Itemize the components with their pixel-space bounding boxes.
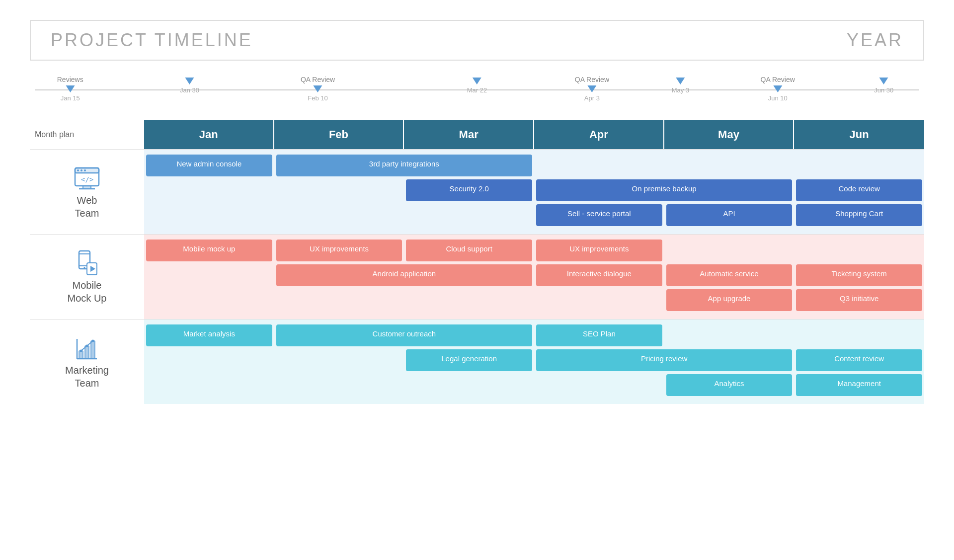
svg-text:</>: </>: [81, 175, 93, 183]
mobile-task-row-2: Android application Interactive dialogue…: [144, 264, 924, 286]
task-new-admin-console: New admin console: [146, 155, 272, 176]
task-cell-mobile-mockup: Mobile mock up: [144, 240, 274, 261]
milestone-date-apr3: Apr 3: [584, 94, 600, 102]
task-seo-plan: SEO Plan: [536, 324, 662, 346]
svg-point-3: [80, 169, 82, 171]
task-cell-content-review: Content review: [794, 349, 924, 371]
task-automatic-service: Automatic service: [666, 264, 793, 286]
year-label: YEAR: [847, 30, 903, 51]
task-cell-management: Management: [794, 374, 924, 396]
task-cell-cloud: Cloud support: [404, 240, 534, 261]
task-cell-3rd-party: 3rd party integrations: [274, 155, 534, 176]
task-mobile-mock-up: Mobile mock up: [146, 240, 272, 261]
task-q3-initiative: Q3 initiative: [796, 289, 922, 311]
web-task-row-3: Sell - service portal API Shopping Cart: [144, 204, 924, 226]
task-ux-improvements-2: UX improvements: [536, 240, 662, 261]
milestone-apr3: QA Review Apr 3: [575, 76, 609, 102]
milestone-date-mar22: Mar 22: [467, 86, 487, 94]
milestone-jun10: QA Review Jun 10: [761, 76, 795, 102]
milestone-date-jun10: Jun 10: [768, 94, 788, 102]
web-team-section: </> WebTeam New admin console 3rd party …: [30, 149, 924, 234]
milestone-arrow: [66, 85, 75, 92]
web-task-row-2: Security 2.0 On premise backup Code revi…: [144, 179, 924, 201]
mobile-team-name: MobileMock Up: [68, 279, 107, 305]
mobile-team-section: MobileMock Up Mobile mock up UX improvem…: [30, 234, 924, 319]
milestone-date-jun30: Jun 30: [874, 86, 893, 94]
milestone-arrow-4: [473, 78, 481, 84]
task-security-2: Security 2.0: [406, 179, 532, 201]
web-team-name: WebTeam: [75, 194, 99, 220]
task-cell-customer-outreach: Customer outreach: [274, 324, 534, 346]
task-app-upgrade: App upgrade: [666, 289, 793, 311]
header-apr: Apr: [534, 120, 664, 149]
svg-point-21: [92, 340, 94, 342]
milestone-arrow-3: [314, 85, 322, 92]
task-cell-security: Security 2.0: [404, 179, 534, 201]
marketing-team-name: MarketingTeam: [65, 364, 109, 390]
marketing-task-row-2: Legal generation Pricing review Content …: [144, 349, 924, 371]
month-plan-label: Month plan: [30, 120, 144, 149]
milestone-date-jan15: Jan 15: [61, 94, 80, 102]
svg-point-11: [84, 267, 85, 268]
task-cloud-support: Cloud support: [406, 240, 532, 261]
milestone-label-qa1: QA Review: [301, 76, 335, 83]
web-team-label: </> WebTeam: [30, 150, 144, 234]
task-on-premise: On premise backup: [536, 179, 792, 201]
task-cell-new-admin: New admin console: [144, 155, 274, 176]
svg-rect-18: [91, 341, 95, 359]
mobile-team-icon: [72, 249, 102, 279]
task-ticketing-system: Ticketing system: [796, 264, 922, 286]
task-pricing-review: Pricing review: [536, 349, 792, 371]
mobile-tasks-area: Mobile mock up UX improvements Cloud sup…: [144, 235, 924, 319]
task-interactive-dialogue: Interactive dialogue: [536, 264, 662, 286]
task-api: API: [666, 204, 793, 226]
svg-point-20: [86, 345, 88, 347]
svg-rect-17: [85, 346, 89, 359]
header-mar: Mar: [404, 120, 534, 149]
task-android: Android application: [276, 264, 532, 286]
task-cell-backup: On premise backup: [534, 179, 794, 201]
task-management: Management: [796, 374, 922, 396]
milestone-label-qa2: QA Review: [575, 76, 609, 83]
milestone-date-feb10: Feb 10: [308, 94, 327, 102]
milestone-mar22: Mar 22: [467, 76, 487, 94]
task-sell-service: Sell - service portal: [536, 204, 662, 226]
marketing-task-row-3: Analytics Management: [144, 374, 924, 396]
task-cell-shopping-cart: Shopping Cart: [794, 204, 924, 226]
milestone-jun30: Jun 30: [874, 76, 893, 94]
milestone-label-qa3: QA Review: [761, 76, 795, 83]
task-customer-outreach: Customer outreach: [276, 324, 532, 346]
svg-point-19: [80, 350, 82, 352]
task-content-review: Content review: [796, 349, 922, 371]
milestone-arrow-8: [879, 78, 888, 84]
task-cell-ux1: UX improvements: [274, 240, 404, 261]
milestone-label-reviews: Reviews: [57, 76, 83, 83]
marketing-team-icon: [72, 334, 102, 364]
task-3rd-party: 3rd party integrations: [276, 155, 532, 176]
milestone-arrow-5: [587, 85, 596, 92]
task-analytics: Analytics: [666, 374, 793, 396]
task-cell-sell: Sell - service portal: [534, 204, 664, 226]
milestone-arrow-2: [185, 78, 194, 84]
milestone-arrow-7: [773, 85, 782, 92]
timeline-section: Reviews Jan 15 Jan 30 QA Review Feb 10 M…: [30, 76, 924, 105]
header-jan: Jan: [144, 120, 274, 149]
task-cell-pricing-review: Pricing review: [534, 349, 794, 371]
marketing-task-row-1: Market analysis Customer outreach SEO Pl…: [144, 324, 924, 346]
header-feb: Feb: [274, 120, 404, 149]
milestone-date-may3: May 3: [672, 86, 689, 94]
web-team-icon: </>: [72, 164, 102, 194]
milestone-may3: May 3: [672, 76, 689, 94]
milestone-date-jan30: Jan 30: [180, 86, 199, 94]
milestone-feb10: QA Review Feb 10: [301, 76, 335, 102]
mobile-task-row-3: App upgrade Q3 initiative: [144, 289, 924, 311]
task-cell-seo: SEO Plan: [534, 324, 664, 346]
task-cell-q3: Q3 initiative: [794, 289, 924, 311]
task-ux-improvements-1: UX improvements: [276, 240, 402, 261]
task-cell-auto-service: Automatic service: [664, 264, 795, 286]
task-cell-android: Android application: [274, 264, 534, 286]
web-task-row-1: New admin console 3rd party integrations: [144, 155, 924, 176]
marketing-team-label: MarketingTeam: [30, 320, 144, 404]
task-cell-market-analysis: Market analysis: [144, 324, 274, 346]
task-market-analysis: Market analysis: [146, 324, 272, 346]
